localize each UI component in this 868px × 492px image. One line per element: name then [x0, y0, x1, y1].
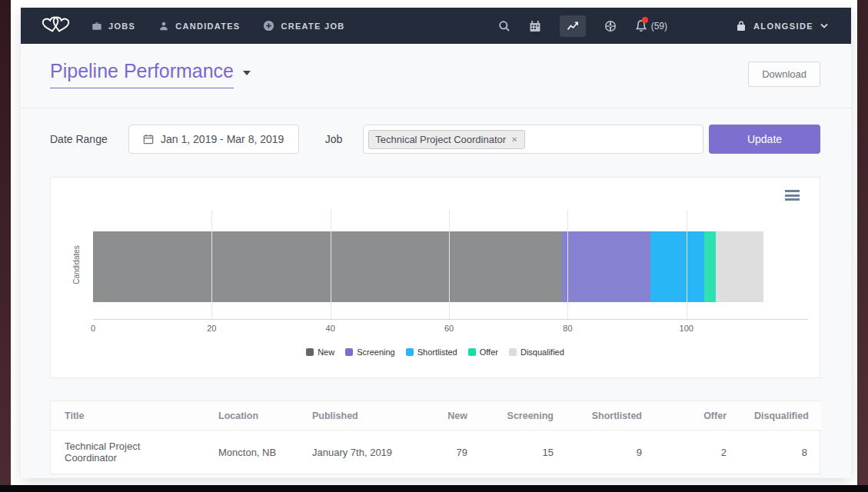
column-header-shortlisted: Shortlisted — [567, 401, 656, 430]
x-tick-label: 80 — [563, 324, 572, 333]
table-cell: 2 — [656, 430, 740, 474]
analytics-chart-icon[interactable] — [560, 15, 586, 37]
column-header-location: Location — [205, 401, 298, 430]
frame-left-edge — [0, 0, 11, 485]
chart-legend: NewScreeningShortlistedOfferDisqualified — [51, 347, 820, 357]
column-header-screening: Screening — [481, 401, 567, 430]
nav-item-create-job[interactable]: CREATE JOB — [263, 20, 344, 32]
column-header-disqualified: Disqualified — [740, 401, 821, 430]
gridline — [567, 210, 568, 319]
page-title: Pipeline Performance — [50, 60, 234, 88]
legend-item-disqualified[interactable]: Disqualified — [509, 347, 564, 357]
gridline — [211, 210, 212, 319]
legend-swatch-icon — [406, 348, 414, 356]
chart-menu-icon[interactable] — [785, 190, 800, 203]
report-selector[interactable]: Pipeline Performance — [50, 60, 251, 88]
nav-item-candidates[interactable]: CANDIDATES — [158, 21, 240, 32]
column-header-title: Title — [51, 401, 205, 430]
date-range-input[interactable]: Jan 1, 2019 - Mar 8, 2019 — [128, 125, 299, 154]
report-page: Pipeline Performance Download Date Range… — [21, 44, 851, 478]
x-tick-label: 40 — [326, 324, 335, 333]
bar-segment-shortlisted[interactable] — [650, 231, 703, 302]
app-window: JOBS CANDIDATES CREATE JOB — [21, 8, 851, 478]
job-tag: Technical Project Coordinator ✕ — [368, 130, 524, 149]
alongside-logo[interactable] — [21, 8, 91, 44]
x-tick-label: 20 — [207, 324, 216, 333]
column-header-new: New — [415, 401, 481, 430]
legend-swatch-icon — [468, 348, 476, 356]
legend-label: Shortlisted — [417, 347, 457, 357]
account-menu[interactable]: ALONGSIDE — [719, 20, 848, 32]
calendar-icon — [143, 134, 154, 145]
update-button[interactable]: Update — [709, 125, 820, 154]
chevron-down-icon — [820, 23, 828, 28]
remove-tag-icon[interactable]: ✕ — [511, 135, 517, 144]
globe-icon[interactable] — [604, 20, 617, 32]
pipeline-chart-card: Candidates 020406080100 NewScreeningShor… — [50, 177, 820, 378]
nav-right-icons: (59) ALONGSIDE — [498, 8, 851, 44]
top-navbar: JOBS CANDIDATES CREATE JOB — [21, 8, 851, 44]
date-range-value: Jan 1, 2019 - Mar 8, 2019 — [161, 133, 284, 145]
bar-segment-new[interactable] — [93, 231, 562, 302]
x-tick-label: 100 — [680, 324, 693, 333]
table-cell: 8 — [740, 430, 821, 474]
table-header-row: TitleLocationPublishedNewScreeningShortl… — [51, 401, 821, 430]
plus-circle-icon — [263, 20, 274, 32]
search-icon[interactable] — [498, 20, 510, 32]
page-header: Pipeline Performance Download — [21, 44, 851, 108]
table-cell: Moncton, NB — [205, 430, 298, 474]
user-icon — [158, 21, 169, 32]
notifications[interactable]: (59) — [635, 19, 667, 32]
results-table: TitleLocationPublishedNewScreeningShortl… — [51, 401, 821, 474]
framed-screenshot: JOBS CANDIDATES CREATE JOB — [0, 0, 868, 492]
x-axis-line — [93, 319, 808, 320]
gridline — [687, 210, 687, 319]
job-select-input[interactable]: Technical Project Coordinator ✕ — [363, 125, 703, 154]
notification-dot — [642, 17, 648, 23]
x-tick-label: 60 — [444, 324, 454, 333]
x-tick-label: 0 — [91, 324, 95, 333]
legend-item-offer[interactable]: Offer — [468, 347, 498, 357]
legend-swatch-icon — [509, 348, 517, 356]
gridline — [331, 210, 331, 319]
nav-item-jobs[interactable]: JOBS — [91, 21, 135, 32]
plot-area: 020406080100 — [93, 210, 808, 319]
bar-segment-offer[interactable] — [704, 231, 716, 302]
frame-right-edge — [857, 0, 868, 485]
hearts-logo-icon — [40, 14, 72, 38]
nav-item-label: CREATE JOB — [281, 22, 344, 31]
frame-bottom-bar — [0, 485, 868, 492]
legend-swatch-icon — [345, 348, 353, 356]
table-cell: 79 — [415, 430, 481, 474]
legend-label: Screening — [357, 347, 395, 357]
legend-label: Offer — [480, 347, 498, 357]
nav-item-label: JOBS — [108, 22, 135, 31]
bar-segment-disqualified[interactable] — [716, 231, 763, 302]
table-cell: 15 — [481, 430, 567, 474]
legend-label: Disqualified — [520, 347, 564, 357]
filter-bar: Date Range Jan 1, 2019 - Mar 8, 2019 Job… — [50, 125, 820, 154]
bar-segment-screening[interactable] — [562, 231, 651, 302]
date-range-label: Date Range — [50, 133, 108, 145]
table-cell: 9 — [567, 430, 656, 474]
legend-item-shortlisted[interactable]: Shortlisted — [406, 347, 457, 357]
account-label: ALONGSIDE — [753, 22, 813, 31]
table-cell: January 7th, 2019 — [298, 430, 415, 474]
results-table-card: TitleLocationPublishedNewScreeningShortl… — [50, 401, 820, 474]
download-button[interactable]: Download — [748, 62, 820, 87]
legend-item-new[interactable]: New — [306, 347, 334, 357]
table-row: Technical Project CoordinatorMoncton, NB… — [51, 430, 821, 474]
gridline — [449, 210, 450, 319]
stacked-bar — [93, 231, 808, 302]
notification-count: (59) — [651, 21, 667, 32]
column-header-published: Published — [298, 401, 415, 430]
job-label: Job — [325, 133, 343, 145]
calendar-icon[interactable] — [529, 20, 541, 32]
chart-y-axis-label: Candidates — [72, 238, 81, 292]
table-cell: Technical Project Coordinator — [51, 430, 205, 474]
job-tag-label: Technical Project Coordinator — [375, 134, 506, 145]
legend-swatch-icon — [306, 348, 314, 356]
nav-item-label: CANDIDATES — [175, 22, 240, 31]
column-header-offer: Offer — [656, 401, 740, 430]
legend-item-screening[interactable]: Screening — [345, 347, 395, 357]
